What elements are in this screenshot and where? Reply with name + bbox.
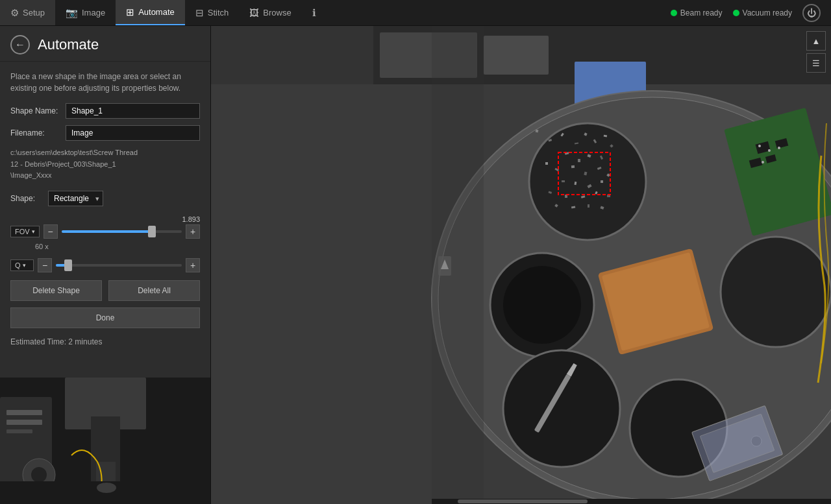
svg-rect-48 [562,180,565,182]
sem-image [211,26,831,504]
nav-item-browse[interactable]: 🖼Browse [239,0,301,25]
svg-point-29 [529,123,646,240]
beam-status-label: Beam ready [680,8,723,18]
nav-label-browse: Browse [263,8,291,18]
nav-up-button[interactable]: ▲ [806,31,826,51]
shape-select-wrapper: Rectangle Circle Polygon [48,191,103,206]
shape-name-input[interactable] [66,103,200,119]
nav-item-info[interactable]: ℹ [302,0,327,25]
main-layout: ← Automate Place a new shape in the imag… [0,26,831,504]
nav-label-setup: Setup [23,8,45,18]
setup-icon: ⚙ [10,7,19,19]
beam-status-dot [671,10,677,16]
nav-label-image: Image [82,8,105,18]
nav-label-stitch: Stitch [208,8,229,18]
q-decrease-button[interactable]: − [38,258,52,272]
info-icon: ℹ [312,7,316,19]
fov-slider-row: FOV ▾ − + [10,224,200,239]
svg-rect-59 [588,204,589,208]
path-line2: 12 - Debris\Project_003\Shape_1 [10,160,116,168]
svg-point-11 [31,467,47,483]
vacuum-status-dot [733,10,739,16]
q-slider-thumb[interactable] [64,259,72,271]
left-panel: ← Automate Place a new shape in the imag… [0,26,211,504]
svg-rect-86 [458,499,588,503]
fov-tag[interactable]: FOV ▾ [10,226,40,237]
stitch-icon: ⊟ [195,7,204,19]
svg-point-13 [97,483,116,493]
nav-label-automate: Automate [138,7,175,17]
svg-rect-8 [6,420,42,425]
svg-rect-39 [578,159,580,162]
q-slider-group: Q ▾ − + [10,258,200,272]
svg-rect-9 [6,429,32,433]
image-controls: ▲ ☰ [806,31,826,73]
panel-title: Automate [38,36,99,53]
nav-item-stitch[interactable]: ⊟Stitch [185,0,240,25]
path-text: c:\users\sem\desktop\test\Screw Thread 1… [10,147,200,182]
shape-select[interactable]: Rectangle Circle Polygon [48,191,103,206]
delete-buttons-row: Delete Shape Delete All [10,280,200,301]
thumbnail-svg [0,378,210,504]
fov-slider-group: 1.893 FOV ▾ − + 60 x [10,215,200,250]
filename-row: Filename: [10,125,200,141]
shape-name-row: Shape Name: [10,103,200,119]
image-icon: 📷 [66,7,78,19]
instruction-text: Place a new shape in the image area or s… [10,71,200,94]
svg-rect-42 [545,162,548,165]
layers-icon: ☰ [812,58,820,68]
delete-all-button[interactable]: Delete All [108,280,200,301]
path-line3: \Image_Xxxx [10,171,52,179]
automate-icon: ⊞ [126,6,134,18]
fov-slider-track[interactable] [62,230,182,233]
top-navigation: ⚙Setup📷Image⊞Automate⊟Stitch🖼Browseℹ Bea… [0,0,831,26]
back-button[interactable]: ← [10,35,30,54]
beam-status: Beam ready [671,8,723,18]
nav-item-automate[interactable]: ⊞Automate [116,0,185,25]
fov-slider-thumb[interactable] [148,226,156,237]
fov-value-row: 1.893 [10,215,200,223]
estimated-time: Estimated Time: 2 minutes [10,337,200,346]
svg-rect-18 [484,36,549,75]
done-button[interactable]: Done [10,307,200,328]
svg-point-76 [503,350,620,467]
svg-rect-51 [601,180,603,183]
image-area[interactable]: ▲ ☰ [211,26,831,504]
shape-type-row: Shape: Rectangle Circle Polygon [10,191,200,206]
power-button[interactable]: ⏻ [802,4,821,22]
shape-name-label: Shape Name: [10,106,66,115]
vacuum-status: Vacuum ready [733,8,792,18]
delete-shape-button[interactable]: Delete Shape [10,280,102,301]
vacuum-status-label: Vacuum ready [743,8,792,18]
q-slider-row: Q ▾ − + [10,258,200,272]
fov-value: 1.893 [182,215,200,223]
browse-icon: 🖼 [249,7,259,18]
filename-input[interactable] [66,125,200,141]
fov-increase-button[interactable]: + [186,224,200,239]
thumbnail-view [0,378,210,504]
shape-type-label: Shape: [10,194,43,203]
nav-item-setup[interactable]: ⚙Setup [0,0,55,25]
filename-label: Filename: [10,128,66,138]
panel-header: ← Automate [0,26,210,62]
path-line1: c:\users\sem\desktop\test\Screw Thread [10,149,138,156]
svg-point-72 [503,266,581,344]
layers-button[interactable]: ☰ [806,53,826,73]
svg-rect-16 [211,26,373,84]
panel-content: Place a new shape in the image area or s… [0,62,210,378]
q-increase-button[interactable]: + [186,258,200,272]
status-area: Beam ready Vacuum ready ⏻ [671,4,831,22]
q-tag[interactable]: Q ▾ [10,259,34,271]
svg-rect-7 [6,410,42,415]
svg-rect-44 [571,165,575,168]
fov-multiplier-label: 60 x [10,243,200,250]
fov-decrease-button[interactable]: − [43,224,58,239]
q-slider-track[interactable] [56,264,182,267]
fov-slider-fill [62,230,152,233]
nav-item-image[interactable]: 📷Image [55,0,116,25]
svg-point-75 [721,237,831,347]
